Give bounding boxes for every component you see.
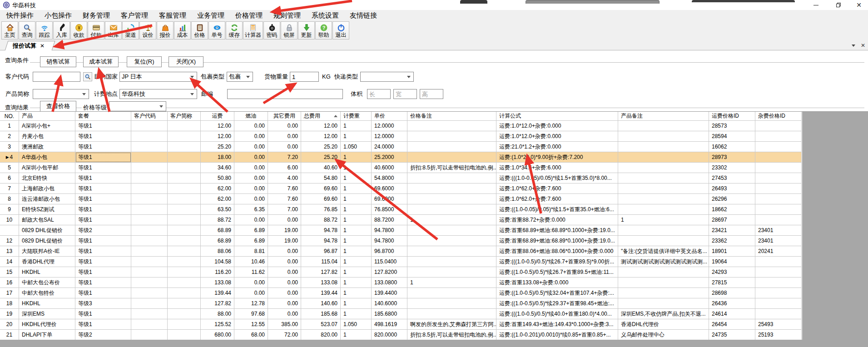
tab-close-icon[interactable]: ✕: [40, 43, 45, 49]
table-cell[interactable]: 0.00: [234, 278, 268, 288]
table-cell[interactable]: 0.00: [268, 142, 301, 152]
table-cell[interactable]: 10: [0, 215, 19, 225]
table-cell[interactable]: [131, 319, 168, 330]
table-cell[interactable]: 94.7800: [372, 236, 407, 246]
table-row[interactable]: 9E特快SZ测试等级163.506.357.0076.85176.8500运费:…: [0, 204, 802, 215]
table-cell[interactable]: [618, 131, 709, 142]
express-type-combo[interactable]: [360, 72, 414, 82]
table-cell[interactable]: 运费:(((1.0-0.05)/0.05)*续1.5+首重35.0)*8.00.…: [496, 173, 618, 183]
table-cell[interactable]: 0.00: [234, 215, 268, 225]
table-cell[interactable]: 0.00: [234, 131, 268, 142]
close-tab-button[interactable]: 关闭(X): [169, 56, 203, 67]
table-cell[interactable]: 385.00: [268, 319, 301, 330]
table-cell[interactable]: [755, 183, 802, 194]
toolbar-button-渠道[interactable]: 渠道: [122, 21, 139, 40]
table-cell[interactable]: [131, 204, 168, 215]
table-cell[interactable]: 7.00: [268, 204, 301, 215]
column-header[interactable]: 客户简称: [168, 112, 201, 121]
table-cell[interactable]: 25493: [755, 319, 802, 330]
table-row[interactable]: 15HKDHL等级1116.2011.620.00127.821127.8200…: [0, 267, 802, 278]
table-cell[interactable]: [168, 246, 201, 257]
table-cell[interactable]: E特快SZ测试: [19, 204, 75, 215]
table-cell[interactable]: 等级1: [75, 173, 131, 183]
table-cell[interactable]: 0.00: [268, 309, 301, 319]
table-cell[interactable]: 23302: [709, 163, 755, 173]
price-level-combo[interactable]: [109, 101, 166, 111]
menu-item-1[interactable]: 快件操作: [6, 11, 34, 20]
table-cell[interactable]: 1: [341, 298, 372, 309]
minimize-button[interactable]: [805, 0, 826, 10]
table-cell[interactable]: 27453: [709, 173, 755, 183]
table-cell[interactable]: [618, 173, 709, 183]
table-cell[interactable]: 折扣:8.5折,可以走带钮扣电池的,例...: [407, 330, 496, 340]
table-cell[interactable]: 185.6800: [372, 309, 407, 319]
column-header[interactable]: 杂费价格ID: [755, 112, 802, 121]
table-cell[interactable]: 133.0800: [372, 278, 407, 288]
table-cell[interactable]: [407, 131, 496, 142]
volume-height-input[interactable]: [420, 89, 443, 99]
toolbar-button-收款[interactable]: ¥收款: [70, 21, 87, 40]
table-cell[interactable]: 运费:首重68.89+燃油:68.89*0.1000+杂费:19.0...: [496, 225, 618, 236]
table-cell[interactable]: 运费:首重149.43+燃油:149.43*0.1000+杂费:3...: [496, 319, 618, 330]
menu-item-5[interactable]: 客服管理: [159, 11, 186, 20]
toolbar-button-帮助[interactable]: ?帮助: [315, 21, 332, 40]
table-cell[interactable]: 上海邮政小包: [19, 183, 75, 194]
table-cell[interactable]: 94.78: [301, 236, 341, 246]
table-cell[interactable]: 12.00: [201, 121, 234, 131]
reset-button[interactable]: 复位(R): [127, 56, 162, 67]
table-cell[interactable]: 6.89: [234, 225, 268, 236]
table-cell[interactable]: 0.00: [268, 267, 301, 278]
column-header[interactable]: 燃油: [234, 112, 268, 121]
table-cell[interactable]: 680.00: [201, 330, 234, 340]
billing-site-combo[interactable]: 华磊科技: [119, 89, 197, 99]
table-cell[interactable]: 40.6000: [372, 163, 407, 173]
table-cell[interactable]: 20241: [755, 246, 802, 257]
table-cell[interactable]: 0.00: [268, 298, 301, 309]
table-cell[interactable]: 25.20: [301, 142, 341, 152]
table-cell[interactable]: 北京E特快: [19, 173, 75, 183]
table-cell[interactable]: [131, 246, 168, 257]
table-cell[interactable]: 0.00: [268, 246, 301, 257]
table-cell[interactable]: 1: [341, 225, 372, 236]
table-cell[interactable]: 运费:首重88.72+杂费:0.000: [496, 215, 618, 225]
table-cell[interactable]: 3: [0, 142, 19, 152]
table-cell[interactable]: 20: [0, 319, 19, 330]
table-cell[interactable]: [618, 267, 709, 278]
table-row[interactable]: 8连云港邮政小包等级162.000.007.6069.60169.6000运费:…: [0, 194, 802, 204]
toolbar-button-锁屏[interactable]: 锁屏: [281, 21, 298, 40]
table-cell[interactable]: [755, 215, 802, 225]
table-cell[interactable]: 1: [341, 204, 372, 215]
table-cell[interactable]: 运费:首重68.89+燃油:68.89*0.1000+杂费:19.0...: [496, 236, 618, 246]
table-cell[interactable]: 185.68: [301, 309, 341, 319]
table-cell[interactable]: [168, 173, 201, 183]
table-cell[interactable]: 25.20: [301, 152, 341, 163]
table-cell[interactable]: 23362: [709, 236, 755, 246]
table-cell[interactable]: 大陆联邦A价-IE: [19, 246, 75, 257]
menu-item-9[interactable]: 系统设置: [312, 11, 339, 20]
table-cell[interactable]: 26296: [709, 194, 755, 204]
table-cell[interactable]: 88.7200: [372, 215, 407, 225]
tabstrip-close-icon[interactable]: ✕: [861, 43, 865, 48]
table-cell[interactable]: 498.1619: [372, 319, 407, 330]
table-cell[interactable]: 等级1: [75, 309, 131, 319]
table-row[interactable]: ▶4A华磊小包等级118.000.007.2025.20125.2000运费:(…: [0, 152, 802, 163]
table-cell[interactable]: 62.00: [201, 183, 234, 194]
table-cell[interactable]: 88.72: [301, 215, 341, 225]
table-cell[interactable]: 运费:首重133.08+杂费:0.000: [496, 278, 618, 288]
table-cell[interactable]: 68.00: [234, 330, 268, 340]
table-row[interactable]: 0829 DHL促销价等级268.896.8919.0094.78194.780…: [0, 225, 802, 236]
table-cell[interactable]: 运费:((1.0-0.5)/0.5)*续29.37+首重98.45+燃油:...: [496, 298, 618, 309]
table-cell[interactable]: 96.8700: [372, 246, 407, 257]
table-cell[interactable]: 等级1: [75, 215, 131, 225]
table-cell[interactable]: [168, 204, 201, 215]
table-cell[interactable]: 1: [0, 121, 19, 131]
table-cell[interactable]: [131, 163, 168, 173]
table-cell[interactable]: 6: [0, 173, 19, 183]
table-cell[interactable]: [168, 309, 201, 319]
table-cell[interactable]: 0.00: [268, 288, 301, 298]
table-row[interactable]: 18HKDHL等级3127.8212.780.00140.601140.6000…: [0, 298, 802, 309]
table-cell[interactable]: 12.0000: [372, 131, 407, 142]
table-cell[interactable]: 820.00: [301, 330, 341, 340]
table-row[interactable]: 5A深圳小包平邮等级134.600.006.0040.60140.6000折扣:…: [0, 163, 802, 173]
table-cell[interactable]: 21: [0, 330, 19, 340]
